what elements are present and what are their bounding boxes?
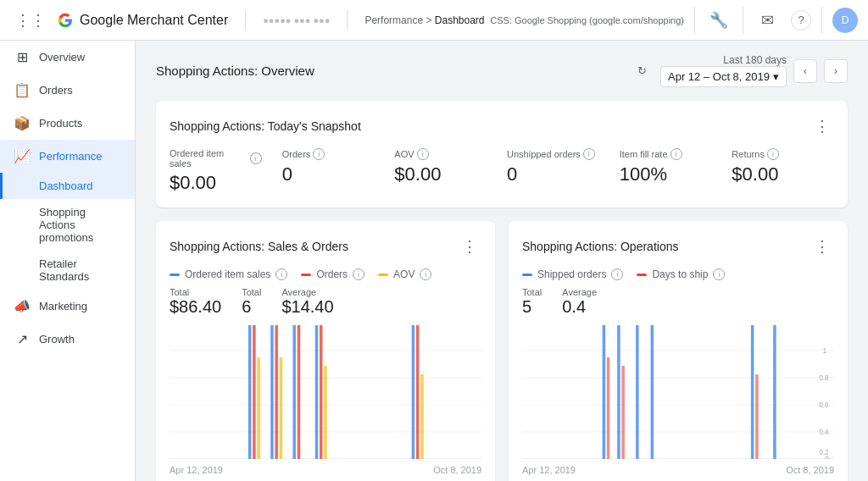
legend-label-days: Days to ship [652, 268, 708, 280]
svg-text:1: 1 [823, 346, 827, 355]
breadcrumb-parent[interactable]: Performance > [364, 14, 431, 26]
snapshot-card-header: Shopping Actions: Today's Snapshot ⋮ [170, 114, 834, 138]
svg-rect-5 [248, 325, 252, 459]
header-right: CSS: Google Shopping (google.com/shoppin… [490, 7, 858, 34]
legend-dot-shipped-blue [522, 274, 532, 276]
metric-label-aov: AOV i [394, 148, 487, 160]
svg-rect-9 [275, 325, 278, 459]
sidebar-item-growth[interactable]: ↗ Growth [0, 323, 135, 356]
sidebar-sublabel-shopping-actions: Shopping Actions promotions [39, 206, 121, 244]
legend-orders: Orders i [301, 268, 364, 280]
top-header: ⋮⋮ Google Merchant Center ●●●●● ●●● ●●● … [0, 0, 868, 41]
info-aov-icon[interactable]: i [417, 148, 429, 160]
sales-chart-date-end: Oct 8, 2019 [433, 465, 481, 475]
svg-rect-32 [617, 325, 620, 459]
ops-chart-title: Shopping Actions: Operations [522, 240, 678, 253]
sidebar-subitem-dashboard[interactable]: Dashboard [0, 173, 135, 199]
info-shipped-icon[interactable]: i [611, 268, 623, 280]
ops-chart-legend: Shipped orders i Days to ship i [522, 268, 834, 280]
metric-value-returns: $0.00 [732, 163, 824, 185]
info-unshipped-orders-icon[interactable]: i [583, 148, 595, 160]
sidebar-item-overview[interactable]: ⊞ Overview [0, 41, 135, 74]
performance-icon: 📈 [14, 148, 31, 164]
svg-text:0.6: 0.6 [819, 400, 828, 409]
info-returns-icon[interactable]: i [767, 148, 779, 160]
ops-chart-header: Shopping Actions: Operations ⋮ [522, 235, 834, 258]
breadcrumb: Performance > Dashboard [364, 14, 484, 26]
sidebar-subitem-retailer-standards[interactable]: Retailer Standards [0, 251, 135, 290]
ops-chart-dates: Apr 12, 2019 Oct 8, 2019 [522, 465, 834, 475]
sales-chart-stats: Total $86.40 Total 6 Average $14.40 [170, 287, 481, 317]
operations-chart-card: Shopping Actions: Operations ⋮ Shipped o… [509, 221, 848, 481]
page-title: Shopping Actions: Overview [156, 64, 314, 78]
metric-label-unshipped-orders: Unshipped orders i [507, 148, 599, 160]
date-controls: ↻ Last 180 days Apr 12 – Oct 8, 2019 ▾ ‹… [630, 54, 848, 87]
grid-icon[interactable]: ⋮⋮ [10, 6, 51, 35]
stat-value-aov: $14.40 [281, 297, 333, 317]
stat-value-days: 0.4 [562, 297, 597, 317]
stat-value-orders: 6 [242, 297, 261, 317]
metric-label-returns: Returns i [732, 148, 824, 160]
header-separator3 [821, 7, 822, 34]
sidebar-label-growth: Growth [39, 333, 75, 346]
sidebar-label-performance: Performance [39, 150, 102, 163]
svg-rect-15 [324, 366, 327, 459]
date-range-selector[interactable]: Apr 12 – Oct 8, 2019 ▾ [660, 66, 787, 87]
svg-rect-10 [280, 357, 283, 459]
main-content: Shopping Actions: Overview ↻ Last 180 da… [136, 41, 868, 481]
snapshot-more-button[interactable]: ⋮ [810, 114, 834, 138]
metric-label-orders: Orders i [282, 148, 375, 160]
stat-sublabel-shipped: Total [522, 287, 542, 297]
ops-more-button[interactable]: ⋮ [810, 235, 834, 258]
legend-ordered-item-sales: Ordered item sales i [170, 268, 287, 280]
legend-days-to-ship: Days to ship i [637, 268, 725, 280]
svg-rect-35 [651, 325, 654, 459]
info-ordered-item-sales-icon[interactable]: i [250, 152, 262, 164]
metric-aov: AOV i $0.00 [384, 148, 497, 194]
date-range-value: Apr 12 – Oct 8, 2019 [668, 70, 770, 83]
legend-label-ordered: Ordered item sales [185, 268, 270, 280]
mail-icon[interactable]: ✉ [754, 7, 781, 34]
next-date-button[interactable]: › [824, 59, 848, 83]
info-legend-orders-icon[interactable]: i [353, 268, 364, 280]
stat-avg-aov: Average $14.40 [281, 287, 333, 317]
overview-icon: ⊞ [14, 49, 31, 65]
info-legend-ordered-icon[interactable]: i [275, 268, 287, 280]
info-legend-aov-icon[interactable]: i [420, 268, 431, 280]
refresh-button[interactable]: ↻ [630, 59, 654, 83]
metric-label-ordered-item-sales: Ordered item sales i [170, 148, 262, 169]
sidebar-item-products[interactable]: 📦 Products [0, 107, 135, 140]
svg-rect-31 [607, 357, 610, 459]
metric-value-aov: $0.00 [394, 163, 487, 185]
snapshot-metrics: Ordered item sales i $0.00 Orders i 0 AO… [170, 148, 834, 194]
svg-rect-36 [751, 325, 754, 459]
prev-date-button[interactable]: ‹ [793, 59, 817, 83]
stat-sublabel-days: Average [562, 287, 597, 297]
metric-value-item-fill-rate: 100% [620, 163, 712, 185]
sidebar-subitem-shopping-actions[interactable]: Shopping Actions promotions [0, 199, 135, 251]
svg-rect-13 [315, 325, 319, 459]
info-days-icon[interactable]: i [713, 268, 725, 280]
metric-orders: Orders i 0 [272, 148, 385, 194]
sales-more-button[interactable]: ⋮ [458, 235, 481, 258]
charts-row: Shopping Actions: Sales & Orders ⋮ Order… [156, 221, 848, 481]
info-item-fill-rate-icon[interactable]: i [670, 148, 682, 160]
svg-rect-11 [292, 325, 296, 459]
svg-rect-30 [603, 325, 606, 459]
sidebar-item-marketing[interactable]: 📣 Marketing [0, 290, 135, 323]
avatar[interactable]: D [832, 8, 858, 33]
metric-value-orders: 0 [282, 163, 375, 185]
sidebar-label-marketing: Marketing [39, 300, 87, 312]
settings-icon[interactable]: 🔧 [705, 7, 732, 34]
sidebar-item-performance[interactable]: 📈 Performance [0, 140, 135, 173]
metric-ordered-item-sales: Ordered item sales i $0.00 [170, 148, 272, 194]
svg-rect-12 [298, 325, 301, 459]
snapshot-card: Shopping Actions: Today's Snapshot ⋮ Ord… [156, 101, 848, 207]
stat-value-shipped: 5 [522, 297, 542, 317]
svg-rect-7 [257, 357, 260, 459]
help-icon[interactable]: ? [791, 10, 811, 30]
svg-rect-8 [270, 325, 274, 459]
products-icon: 📦 [14, 115, 31, 131]
sidebar-item-orders[interactable]: 📋 Orders [0, 74, 135, 107]
info-orders-icon[interactable]: i [313, 148, 325, 160]
